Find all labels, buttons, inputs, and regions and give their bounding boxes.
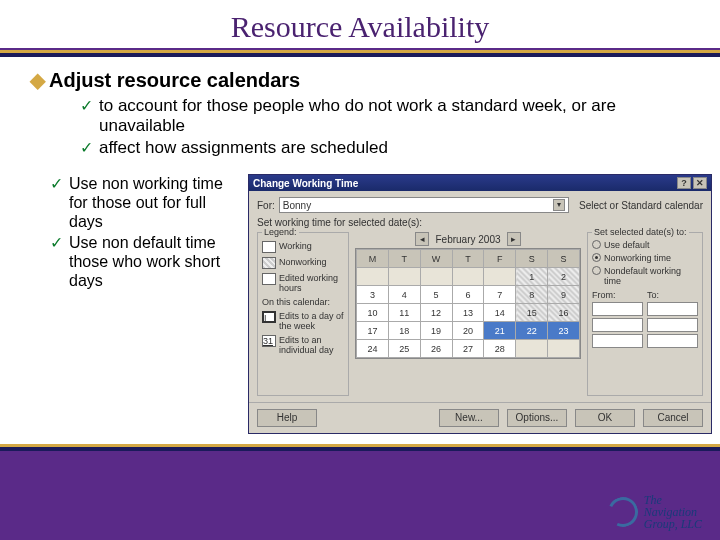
calendar-day[interactable]: 20 [452,322,484,340]
to-label: To: [647,290,698,300]
main-bullet: ◆ Adjust resource calendars [30,69,690,92]
sub-bullet-text: to account for those people who do not w… [99,96,690,136]
calendar-day[interactable] [484,268,516,286]
for-label: For: [257,200,275,211]
calendar-day[interactable] [420,268,452,286]
calendar-day[interactable]: 3 [357,286,389,304]
month-label: February 2003 [435,234,500,245]
to-input[interactable] [647,302,698,316]
calendar-day[interactable]: 16 [548,304,580,322]
title-underline [0,50,720,57]
calendar-day[interactable]: 25 [388,340,420,358]
for-select[interactable]: Bonny ▾ [279,197,569,213]
sub-list-top: ✓ to account for those people who do not… [80,96,690,158]
calendar-day[interactable]: 7 [484,286,516,304]
calendar-day[interactable]: 6 [452,286,484,304]
content-upper: ◆ Adjust resource calendars ✓ to account… [0,57,720,170]
radio-use-default[interactable]: Use default [592,240,698,250]
calendar-day[interactable]: 18 [388,322,420,340]
from-input[interactable] [592,318,643,332]
calendar-day[interactable]: 28 [484,340,516,358]
legend-swatch-nonworking [262,257,276,269]
from-input[interactable] [592,334,643,348]
help-icon[interactable]: ? [677,177,691,189]
calendar-day[interactable]: 2 [548,268,580,286]
calendar-day[interactable]: 8 [516,286,548,304]
calendar-day[interactable]: 9 [548,286,580,304]
lower-left-bullets: ✓ Use non working time for those out for… [30,174,240,434]
sub-bullet: ✓ Use non working time for those out for… [50,174,240,231]
calendar-day[interactable]: 23 [548,322,580,340]
options-button[interactable]: Options... [507,409,567,427]
calendar-day[interactable]: 21 [484,322,516,340]
calendar-day[interactable]: 15 [516,304,548,322]
calendar-day[interactable]: 12 [420,304,452,322]
globe-icon [608,497,638,527]
legend-swatch-working [262,241,276,253]
calendar-day[interactable] [388,268,420,286]
main-bullet-text: Adjust resource calendars [49,69,300,92]
calendar-day[interactable] [357,268,389,286]
logo-text: The Navigation Group, LLC [644,494,702,530]
dialog-titlebar[interactable]: Change Working Time ? ✕ [249,175,711,191]
help-button[interactable]: Help [257,409,317,427]
legend-swatch-individual: 31 [262,335,276,347]
calendar-day[interactable]: 1 [516,268,548,286]
calendar-day[interactable] [452,268,484,286]
calendar-day[interactable]: 22 [516,322,548,340]
legend-box: Legend: Working Nonworking Edited workin… [257,232,349,396]
diamond-icon: ◆ [30,69,45,91]
radio-nonworking[interactable]: Nonworking time [592,253,698,263]
date-options: Set selected date(s) to: Use default Non… [587,232,703,396]
check-icon: ✓ [80,138,93,158]
ok-button[interactable]: OK [575,409,635,427]
footer-logo: The Navigation Group, LLC [608,494,702,530]
to-input[interactable] [647,318,698,332]
check-icon: ✓ [80,96,93,116]
sub-bullet: ✓ Use non default time those who work sh… [50,233,240,290]
sub-bullet-text: Use non default time those who work shor… [69,233,240,290]
sub-bullet-text: Use non working time for those out for f… [69,174,240,231]
sub-bullet: ✓ to account for those people who do not… [80,96,690,136]
for-select-value: Bonny [283,200,311,211]
from-label: From: [592,290,643,300]
sub-bullet: ✓ affect how assignments are scheduled [80,138,690,158]
slide-title: Resource Availability [0,10,720,44]
calendar-day[interactable]: 10 [357,304,389,322]
legend-swatch-dayofweek: I [262,311,276,323]
prev-month-button[interactable]: ◂ [415,232,429,246]
close-icon[interactable]: ✕ [693,177,707,189]
legend-swatch-edited [262,273,276,285]
calendar-day[interactable]: 17 [357,322,389,340]
calendar-day[interactable] [516,340,548,358]
chevron-down-icon: ▾ [553,199,565,211]
calendar-day[interactable]: 26 [420,340,452,358]
sub-bullet-text: affect how assignments are scheduled [99,138,388,158]
calendar-day[interactable]: 13 [452,304,484,322]
lower-row: ✓ Use non working time for those out for… [0,170,720,438]
cancel-button[interactable]: Cancel [643,409,703,427]
calendar-day[interactable]: 27 [452,340,484,358]
footer-underline [0,444,720,451]
calendar-day[interactable]: 24 [357,340,389,358]
new-button[interactable]: New... [439,409,499,427]
base-calendar-label: Select or Standard calendar [579,200,703,211]
calendar: ◂ February 2003 ▸ MTWTFSS123456789101112… [355,232,581,396]
from-input[interactable] [592,302,643,316]
change-working-time-dialog: Change Working Time ? ✕ For: Bonny ▾ Sel… [248,174,712,434]
calendar-day[interactable]: 19 [420,322,452,340]
to-input[interactable] [647,334,698,348]
legend-title: Legend: [262,227,299,237]
calendar-day[interactable]: 4 [388,286,420,304]
calendar-day[interactable]: 14 [484,304,516,322]
calendar-day[interactable]: 11 [388,304,420,322]
calendar-day[interactable]: 5 [420,286,452,304]
next-month-button[interactable]: ▸ [507,232,521,246]
calendar-grid[interactable]: MTWTFSS123456789101112131415161718192021… [355,248,581,359]
calendar-day[interactable] [548,340,580,358]
dialog-title: Change Working Time [253,178,358,189]
check-icon: ✓ [50,174,63,194]
radio-nondefault[interactable]: Nondefault working time [592,266,698,286]
check-icon: ✓ [50,233,63,253]
opts-title: Set selected date(s) to: [592,227,689,237]
